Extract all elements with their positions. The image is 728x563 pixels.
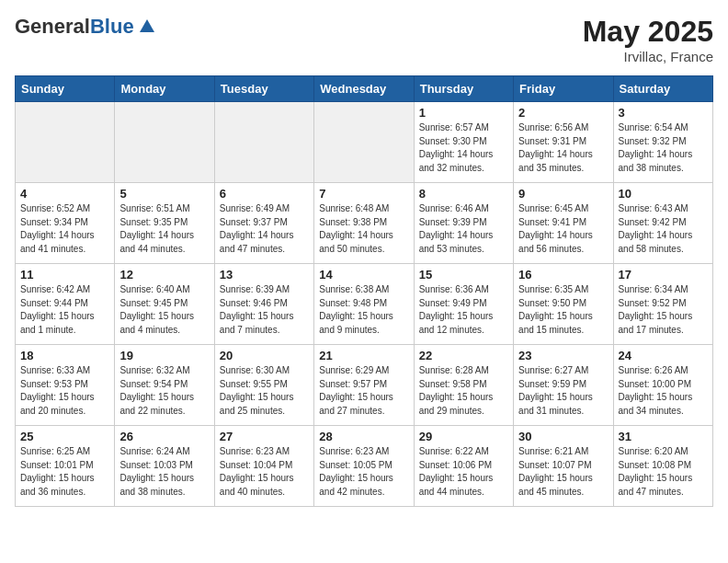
- day-info: Sunrise: 6:38 AM Sunset: 9:48 PM Dayligh…: [319, 283, 408, 337]
- day-info: Sunrise: 6:42 AM Sunset: 9:44 PM Dayligh…: [20, 283, 109, 337]
- weekday-header-tuesday: Tuesday: [214, 76, 313, 102]
- day-info: Sunrise: 6:23 AM Sunset: 10:04 PM Daylig…: [220, 445, 309, 499]
- day-number: 2: [518, 106, 608, 120]
- day-number: 15: [419, 268, 508, 282]
- day-info: Sunrise: 6:34 AM Sunset: 9:52 PM Dayligh…: [619, 283, 708, 337]
- day-number: 1: [419, 106, 508, 120]
- day-number: 27: [220, 430, 309, 443]
- day-number: 30: [518, 430, 608, 443]
- day-number: 21: [319, 349, 408, 362]
- day-info: Sunrise: 6:20 AM Sunset: 10:08 PM Daylig…: [619, 445, 708, 499]
- calendar-cell: [214, 102, 313, 183]
- day-number: 22: [419, 349, 508, 362]
- day-info: Sunrise: 6:30 AM Sunset: 9:55 PM Dayligh…: [220, 364, 309, 418]
- calendar-cell: 7Sunrise: 6:48 AM Sunset: 9:38 PM Daylig…: [314, 183, 414, 264]
- day-info: Sunrise: 6:39 AM Sunset: 9:46 PM Dayligh…: [220, 283, 309, 337]
- day-number: 3: [619, 106, 708, 120]
- day-number: 8: [419, 187, 508, 201]
- calendar-cell: 18Sunrise: 6:33 AM Sunset: 9:53 PM Dayli…: [16, 345, 115, 426]
- calendar-header: SundayMondayTuesdayWednesdayThursdayFrid…: [16, 76, 713, 102]
- calendar-cell: 31Sunrise: 6:20 AM Sunset: 10:08 PM Dayl…: [613, 426, 712, 507]
- calendar-body: 1Sunrise: 6:57 AM Sunset: 9:30 PM Daylig…: [16, 102, 713, 507]
- calendar-cell: 3Sunrise: 6:54 AM Sunset: 9:32 PM Daylig…: [613, 102, 712, 183]
- svg-marker-0: [140, 19, 154, 32]
- calendar-cell: 28Sunrise: 6:23 AM Sunset: 10:05 PM Dayl…: [314, 426, 414, 507]
- day-info: Sunrise: 6:28 AM Sunset: 9:58 PM Dayligh…: [419, 364, 508, 418]
- day-info: Sunrise: 6:21 AM Sunset: 10:07 PM Daylig…: [518, 445, 608, 499]
- logo-general: General: [15, 15, 90, 38]
- calendar-cell: 21Sunrise: 6:29 AM Sunset: 9:57 PM Dayli…: [314, 345, 414, 426]
- calendar-week-2: 11Sunrise: 6:42 AM Sunset: 9:44 PM Dayli…: [16, 264, 713, 345]
- calendar-cell: 26Sunrise: 6:24 AM Sunset: 10:03 PM Dayl…: [115, 426, 214, 507]
- calendar-cell: 27Sunrise: 6:23 AM Sunset: 10:04 PM Dayl…: [214, 426, 313, 507]
- day-info: Sunrise: 6:57 AM Sunset: 9:30 PM Dayligh…: [419, 121, 508, 175]
- day-info: Sunrise: 6:27 AM Sunset: 9:59 PM Dayligh…: [518, 364, 608, 418]
- day-info: Sunrise: 6:29 AM Sunset: 9:57 PM Dayligh…: [319, 364, 408, 418]
- logo: GeneralBlue: [15, 15, 158, 39]
- day-info: Sunrise: 6:56 AM Sunset: 9:31 PM Dayligh…: [518, 121, 608, 175]
- day-number: 19: [119, 349, 209, 362]
- day-info: Sunrise: 6:32 AM Sunset: 9:54 PM Dayligh…: [119, 364, 209, 418]
- calendar-cell: [16, 102, 115, 183]
- day-number: 25: [20, 430, 109, 443]
- day-number: 17: [619, 268, 708, 282]
- day-number: 29: [419, 430, 508, 443]
- day-number: 18: [20, 349, 109, 362]
- day-info: Sunrise: 6:54 AM Sunset: 9:32 PM Dayligh…: [619, 121, 708, 175]
- calendar-cell: 14Sunrise: 6:38 AM Sunset: 9:48 PM Dayli…: [314, 264, 414, 345]
- calendar-cell: 10Sunrise: 6:43 AM Sunset: 9:42 PM Dayli…: [613, 183, 712, 264]
- calendar-cell: 30Sunrise: 6:21 AM Sunset: 10:07 PM Dayl…: [514, 426, 613, 507]
- calendar-cell: 4Sunrise: 6:52 AM Sunset: 9:34 PM Daylig…: [16, 183, 115, 264]
- day-info: Sunrise: 6:48 AM Sunset: 9:38 PM Dayligh…: [319, 202, 408, 256]
- calendar-cell: 15Sunrise: 6:36 AM Sunset: 9:49 PM Dayli…: [414, 264, 513, 345]
- calendar-cell: 12Sunrise: 6:40 AM Sunset: 9:45 PM Dayli…: [115, 264, 214, 345]
- calendar-cell: 2Sunrise: 6:56 AM Sunset: 9:31 PM Daylig…: [514, 102, 613, 183]
- day-number: 5: [119, 187, 209, 201]
- logo-blue: Blue: [90, 15, 134, 38]
- day-info: Sunrise: 6:36 AM Sunset: 9:49 PM Dayligh…: [419, 283, 508, 337]
- weekday-row: SundayMondayTuesdayWednesdayThursdayFrid…: [16, 76, 713, 102]
- day-info: Sunrise: 6:24 AM Sunset: 10:03 PM Daylig…: [119, 445, 209, 499]
- calendar-cell: [314, 102, 414, 183]
- calendar-week-1: 4Sunrise: 6:52 AM Sunset: 9:34 PM Daylig…: [16, 183, 713, 264]
- calendar-cell: 23Sunrise: 6:27 AM Sunset: 9:59 PM Dayli…: [514, 345, 613, 426]
- day-number: 24: [619, 349, 708, 362]
- calendar-cell: 24Sunrise: 6:26 AM Sunset: 10:00 PM Dayl…: [613, 345, 712, 426]
- day-number: 10: [619, 187, 708, 201]
- day-number: 13: [220, 268, 309, 282]
- calendar-cell: 16Sunrise: 6:35 AM Sunset: 9:50 PM Dayli…: [514, 264, 613, 345]
- day-number: 9: [518, 187, 608, 201]
- calendar-cell: [115, 102, 214, 183]
- weekday-header-friday: Friday: [514, 76, 613, 102]
- day-info: Sunrise: 6:26 AM Sunset: 10:00 PM Daylig…: [619, 364, 708, 418]
- month-title: May 2025: [583, 15, 713, 49]
- weekday-header-monday: Monday: [115, 76, 214, 102]
- calendar-cell: 22Sunrise: 6:28 AM Sunset: 9:58 PM Dayli…: [414, 345, 513, 426]
- calendar-cell: 8Sunrise: 6:46 AM Sunset: 9:39 PM Daylig…: [414, 183, 513, 264]
- day-number: 7: [319, 187, 408, 201]
- day-info: Sunrise: 6:22 AM Sunset: 10:06 PM Daylig…: [419, 445, 508, 499]
- calendar-week-3: 18Sunrise: 6:33 AM Sunset: 9:53 PM Dayli…: [16, 345, 713, 426]
- day-info: Sunrise: 6:23 AM Sunset: 10:05 PM Daylig…: [319, 445, 408, 499]
- day-number: 4: [20, 187, 109, 201]
- calendar-cell: 1Sunrise: 6:57 AM Sunset: 9:30 PM Daylig…: [414, 102, 513, 183]
- calendar-cell: 11Sunrise: 6:42 AM Sunset: 9:44 PM Dayli…: [16, 264, 115, 345]
- logo-icon: [136, 16, 158, 38]
- day-info: Sunrise: 6:40 AM Sunset: 9:45 PM Dayligh…: [119, 283, 209, 337]
- calendar-cell: 17Sunrise: 6:34 AM Sunset: 9:52 PM Dayli…: [613, 264, 712, 345]
- day-info: Sunrise: 6:46 AM Sunset: 9:39 PM Dayligh…: [419, 202, 508, 256]
- calendar-cell: 6Sunrise: 6:49 AM Sunset: 9:37 PM Daylig…: [214, 183, 313, 264]
- day-number: 31: [619, 430, 708, 443]
- calendar-cell: 20Sunrise: 6:30 AM Sunset: 9:55 PM Dayli…: [214, 345, 313, 426]
- day-info: Sunrise: 6:45 AM Sunset: 9:41 PM Dayligh…: [518, 202, 608, 256]
- day-info: Sunrise: 6:33 AM Sunset: 9:53 PM Dayligh…: [20, 364, 109, 418]
- calendar-table: SundayMondayTuesdayWednesdayThursdayFrid…: [15, 75, 713, 507]
- location: Irvillac, France: [583, 49, 713, 64]
- day-number: 26: [119, 430, 209, 443]
- weekday-header-wednesday: Wednesday: [314, 76, 414, 102]
- title-block: May 2025 Irvillac, France: [583, 15, 713, 64]
- day-info: Sunrise: 6:43 AM Sunset: 9:42 PM Dayligh…: [619, 202, 708, 256]
- day-info: Sunrise: 6:35 AM Sunset: 9:50 PM Dayligh…: [518, 283, 608, 337]
- day-number: 14: [319, 268, 408, 282]
- weekday-header-saturday: Saturday: [613, 76, 712, 102]
